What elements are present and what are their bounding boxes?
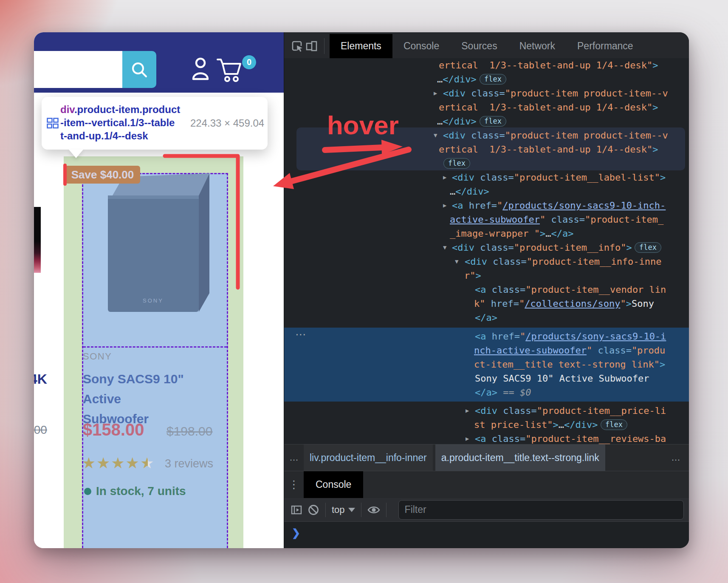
- search-button[interactable]: [122, 51, 156, 88]
- console-prompt[interactable]: ❯: [292, 527, 300, 539]
- breadcrumb-item-title-link[interactable]: a.product-item__title.text--strong.link: [435, 444, 605, 471]
- star-icon: ★★: [140, 454, 154, 472]
- adjacent-product-title: 4K: [34, 371, 47, 387]
- star-icon: ★: [111, 454, 125, 472]
- console-filter-input[interactable]: [398, 500, 684, 520]
- flex-badge[interactable]: flex: [480, 74, 506, 85]
- stock-dot-icon: [84, 488, 91, 495]
- tree-row[interactable]: <a href="/products/sony-sacs9-10-i: [284, 329, 689, 343]
- inspect-tooltip: div.product-item.product-item--vertical.…: [42, 97, 268, 150]
- person-icon: [193, 59, 208, 79]
- toolbar-separator: [386, 503, 387, 517]
- tree-row[interactable]: ▶<a class="product-item__reviews-ba: [284, 432, 689, 444]
- cart-count-badge: 0: [242, 55, 256, 69]
- product-image[interactable]: SONY: [106, 166, 212, 314]
- product-image-brand: SONY: [143, 297, 164, 304]
- element-grid-icon: [47, 118, 59, 129]
- tree-row[interactable]: ertical 1/3--tablet-and-up 1/4--desk">: [284, 142, 689, 156]
- search-icon: [130, 60, 149, 79]
- flex-badge[interactable]: flex: [480, 116, 506, 127]
- clear-console-icon[interactable]: [308, 504, 319, 516]
- tab-sources[interactable]: Sources: [450, 34, 508, 58]
- adjacent-product-image: [34, 207, 41, 273]
- inspect-cursor-icon: [291, 40, 303, 52]
- tree-row[interactable]: </a>: [284, 311, 689, 325]
- toolbar-separator: [325, 503, 326, 517]
- save-badge: Save $40.00: [65, 166, 140, 184]
- console-sidebar-icon[interactable]: [291, 504, 302, 515]
- search-input[interactable]: [34, 51, 122, 88]
- tree-row[interactable]: …</div>: [284, 184, 689, 198]
- toolbar-separator: [324, 38, 324, 54]
- tree-row[interactable]: _image-wrapper ">…</a>: [284, 226, 689, 241]
- expand-arrow-icon[interactable]: ▶: [443, 198, 446, 212]
- adjacent-product-price: .00: [34, 423, 47, 437]
- tree-row[interactable]: flex: [284, 156, 689, 170]
- tree-row[interactable]: r">: [284, 269, 689, 283]
- eye-icon[interactable]: [367, 505, 380, 515]
- tree-row[interactable]: ▼<div class="product-item__info-inne: [284, 255, 689, 269]
- flex-badge[interactable]: flex: [601, 419, 627, 430]
- flex-badge[interactable]: flex: [443, 158, 470, 169]
- star-rating: ★★★★★★: [82, 454, 155, 472]
- nav-bar: 0: [34, 32, 284, 93]
- elements-tree: ⋯ ertical 1/3--tablet-and-up 1/4--desk">…: [284, 58, 689, 444]
- tree-row[interactable]: ▶<div class="product-item product-item--…: [284, 86, 689, 100]
- account-button[interactable]: [192, 57, 209, 82]
- expand-arrow-icon[interactable]: ▶: [466, 432, 469, 444]
- tree-row[interactable]: k" href="/collections/sony">Sony: [284, 297, 689, 311]
- tab-console-drawer[interactable]: Console: [304, 471, 363, 498]
- device-toolbar-icon: [306, 40, 318, 52]
- expand-arrow-icon[interactable]: ▶: [466, 404, 469, 418]
- tree-row[interactable]: st price-list">…</div>flex: [284, 418, 689, 432]
- tree-row[interactable]: nch-active-subwoofer" class="produ: [284, 343, 689, 357]
- browser-window: 0 4K .00 Save $40.00 SONY SONY Sony: [34, 32, 689, 548]
- flex-badge[interactable]: flex: [635, 242, 661, 253]
- tooltip-dimensions: 224.33 × 459.04: [190, 117, 265, 129]
- cart-button[interactable]: [217, 58, 243, 83]
- breadcrumb-overflow-icon[interactable]: …: [284, 444, 304, 471]
- cart-icon: [217, 59, 240, 81]
- drawer-menu-icon[interactable]: [284, 471, 304, 498]
- tab-performance[interactable]: Performance: [566, 34, 644, 58]
- tree-row[interactable]: ▼<div class="product-item__info">flex: [284, 241, 689, 255]
- tree-row[interactable]: active-subwoofer" class="product-item_: [284, 212, 689, 226]
- tab-network[interactable]: Network: [508, 34, 566, 58]
- tooltip-pointer: [69, 150, 83, 158]
- tree-row[interactable]: <a class="product-item__vendor lin: [284, 283, 689, 297]
- tree-row[interactable]: …</div>flex: [284, 114, 689, 128]
- inspect-element-button[interactable]: [290, 34, 305, 58]
- console-drawer-tabbar: Console: [284, 471, 689, 498]
- tab-console[interactable]: Console: [392, 34, 450, 58]
- expand-arrow-icon[interactable]: ▼: [434, 128, 437, 142]
- tree-row[interactable]: </a> == $0: [284, 385, 689, 399]
- tree-row[interactable]: ▼<div class="product-item product-item--…: [284, 128, 689, 142]
- breadcrumb-item-info-inner[interactable]: liv.product-item__info-inner: [304, 444, 433, 471]
- expand-arrow-icon[interactable]: ▶: [434, 86, 437, 100]
- devtools-tabbar: ElementsConsoleSourcesNetworkPerformance: [284, 32, 689, 58]
- reviews-link[interactable]: 3 reviews: [165, 457, 213, 470]
- devtools-tabs: ElementsConsoleSourcesNetworkPerformance: [330, 34, 644, 58]
- product-title-line1: Sony SACS9 10" Active: [83, 369, 223, 409]
- vendor-label: SONY: [83, 351, 112, 362]
- tree-row[interactable]: ▶<div class="product-item__label-list">: [284, 170, 689, 184]
- expand-arrow-icon[interactable]: ▼: [455, 255, 458, 269]
- tree-row[interactable]: …</div>flex: [284, 72, 689, 86]
- chevron-down-icon: [348, 508, 355, 512]
- tree-row[interactable]: ct-item__title text--strong link">: [284, 357, 689, 371]
- price-compare: $198.00: [166, 424, 212, 439]
- desktop: 0 4K .00 Save $40.00 SONY SONY Sony: [0, 0, 728, 583]
- tree-row[interactable]: ▶<div class="product-item__price-li: [284, 404, 689, 418]
- breadcrumb-trailing-icon[interactable]: …: [666, 444, 689, 471]
- tab-elements[interactable]: Elements: [330, 34, 392, 58]
- console-toolbar: top: [284, 498, 689, 522]
- tree-row[interactable]: ertical 1/3--tablet-and-up 1/4--desk">: [284, 100, 689, 114]
- expand-arrow-icon[interactable]: ▼: [443, 241, 446, 255]
- context-selector[interactable]: top: [332, 504, 345, 515]
- tree-row[interactable]: Sony SACS9 10" Active Subwoofer: [284, 371, 689, 385]
- device-toolbar-button[interactable]: [305, 34, 319, 58]
- tree-row[interactable]: ertical 1/3--tablet-and-up 1/4--desk">: [284, 58, 689, 72]
- expand-arrow-icon[interactable]: ▶: [443, 170, 446, 184]
- tree-row[interactable]: ▶<a href="/products/sony-sacs9-10-inch-: [284, 198, 689, 212]
- product-title-link[interactable]: Sony SACS9 10" Active Subwoofer: [83, 369, 223, 429]
